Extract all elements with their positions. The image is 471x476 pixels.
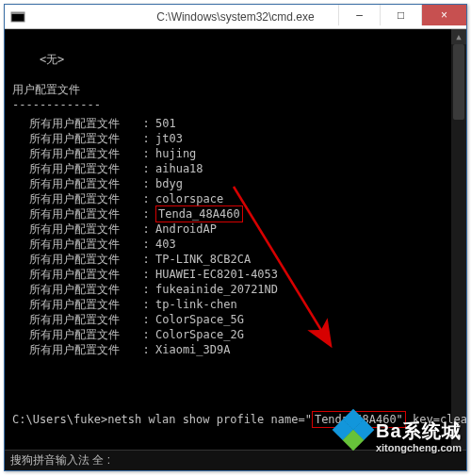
profile-row: 所有用户配置文件:fukeainide_20721ND	[12, 282, 466, 297]
system-menu-icon[interactable]	[10, 9, 25, 25]
profile-label: 所有用户配置文件	[12, 191, 137, 206]
profile-label: 所有用户配置文件	[12, 222, 137, 237]
profile-label: 所有用户配置文件	[12, 297, 137, 312]
profile-value: 501	[155, 116, 176, 131]
profile-value: colorspace	[155, 191, 223, 206]
profile-label: 所有用户配置文件	[12, 146, 137, 161]
profile-row: 所有用户配置文件:403	[12, 237, 466, 252]
prompt: C:\Users\fuke>	[12, 413, 107, 426]
highlighted-profile: Tenda_48A460	[155, 205, 243, 222]
profile-value: bdyg	[155, 176, 183, 191]
close-button[interactable]: ×	[421, 5, 466, 25]
profile-label: 所有用户配置文件	[12, 252, 137, 267]
command-after: key=clear	[406, 413, 466, 426]
section-heading: 用户配置文件	[12, 83, 80, 96]
profile-label: 所有用户配置文件	[12, 237, 137, 252]
profile-separator: :	[137, 206, 155, 222]
profile-label: 所有用户配置文件	[12, 131, 137, 146]
profile-separator: :	[137, 327, 155, 342]
profile-separator: :	[137, 312, 155, 327]
profile-label: 所有用户配置文件	[12, 161, 137, 176]
profile-separator: :	[137, 161, 155, 176]
profile-value: jt03	[155, 131, 183, 146]
profile-separator: :	[137, 282, 155, 297]
titlebar[interactable]: C:\Windows\system32\cmd.exe – □ ×	[5, 5, 466, 29]
window-title: C:\Windows\system32\cmd.exe	[156, 10, 314, 24]
profile-row: 所有用户配置文件:colorspace	[12, 191, 466, 206]
profile-row: 所有用户配置文件:HUAWEI-EC8201-4053	[12, 267, 466, 282]
profile-separator: :	[137, 131, 155, 146]
minimize-button[interactable]: –	[338, 5, 380, 25]
profile-row: 所有用户配置文件:501	[12, 116, 466, 131]
profile-label: 所有用户配置文件	[12, 206, 137, 222]
profile-row: 所有用户配置文件:hujing	[12, 146, 466, 161]
profile-row: 所有用户配置文件:bdyg	[12, 176, 466, 191]
profile-label: 所有用户配置文件	[12, 267, 137, 282]
profile-value: hujing	[155, 146, 196, 161]
profile-separator: :	[137, 146, 155, 161]
profile-value: Xiaomi_3D9A	[155, 342, 230, 357]
profile-value: tp-link-chen	[155, 297, 237, 312]
profile-row: 所有用户配置文件:TP-LINK_8CB2CA	[12, 252, 466, 267]
profile-value: fukeainide_20721ND	[155, 282, 278, 297]
console-output[interactable]: <无> 用户配置文件 ------------- 所有用户配置文件:501所有用…	[12, 37, 466, 442]
profile-row: 所有用户配置文件:jt03	[12, 131, 466, 146]
profile-label: 所有用户配置文件	[12, 312, 137, 327]
profile-label: 所有用户配置文件	[12, 176, 137, 191]
profile-separator: :	[137, 297, 155, 312]
profile-separator: :	[137, 176, 155, 191]
profile-row: 所有用户配置文件:ColorSpace_2G	[12, 327, 466, 342]
command-line[interactable]: C:\Users\fuke>netsh wlan show profile na…	[12, 412, 466, 427]
profile-value: ColorSpace_5G	[155, 312, 244, 327]
profile-value: AndroidAP	[155, 222, 217, 237]
profile-value: Tenda_48A460	[155, 206, 243, 222]
maximize-button[interactable]: □	[380, 5, 421, 25]
profile-separator: :	[137, 237, 155, 252]
profile-row: 所有用户配置文件:tp-link-chen	[12, 297, 466, 312]
profile-value: aihua18	[155, 161, 203, 176]
profile-label: 所有用户配置文件	[12, 327, 137, 342]
profile-value: TP-LINK_8CB2CA	[155, 252, 251, 267]
profile-separator: :	[137, 267, 155, 282]
profile-label: 所有用户配置文件	[12, 282, 137, 297]
profile-separator: :	[137, 191, 155, 206]
profile-separator: :	[137, 222, 155, 237]
profile-label: 所有用户配置文件	[12, 342, 137, 357]
profile-row: 所有用户配置文件:Tenda_48A460	[12, 206, 466, 222]
profile-value: 403	[155, 237, 176, 252]
profile-value: ColorSpace_2G	[155, 327, 244, 342]
profile-row: 所有用户配置文件:ColorSpace_5G	[12, 312, 466, 327]
svg-rect-1	[11, 12, 24, 14]
ime-text: 搜狗拼音输入法 全 :	[10, 452, 110, 468]
profile-separator: :	[137, 116, 155, 131]
profile-value: HUAWEI-EC8201-4053	[155, 267, 278, 282]
cmd-window: C:\Windows\system32\cmd.exe – □ × ▲ ▼ <无…	[4, 4, 467, 471]
window-buttons: – □ ×	[338, 5, 466, 25]
ime-status-bar[interactable]: 搜狗拼音输入法 全 :	[5, 450, 466, 470]
profile-list: 所有用户配置文件:501所有用户配置文件:jt03所有用户配置文件:hujing…	[12, 116, 466, 357]
profile-row: 所有用户配置文件:Xiaomi_3D9A	[12, 342, 466, 357]
command-before: netsh wlan show profile name="	[107, 413, 312, 426]
profile-row: 所有用户配置文件:aihua18	[12, 161, 466, 176]
profile-separator: :	[137, 252, 155, 267]
command-highlight: Tenda_48A460"	[312, 411, 406, 428]
profile-separator: :	[137, 342, 155, 357]
none-line: <无>	[12, 53, 64, 66]
profile-row: 所有用户配置文件:AndroidAP	[12, 222, 466, 237]
section-underline: -------------	[12, 98, 101, 111]
profile-label: 所有用户配置文件	[12, 116, 137, 131]
